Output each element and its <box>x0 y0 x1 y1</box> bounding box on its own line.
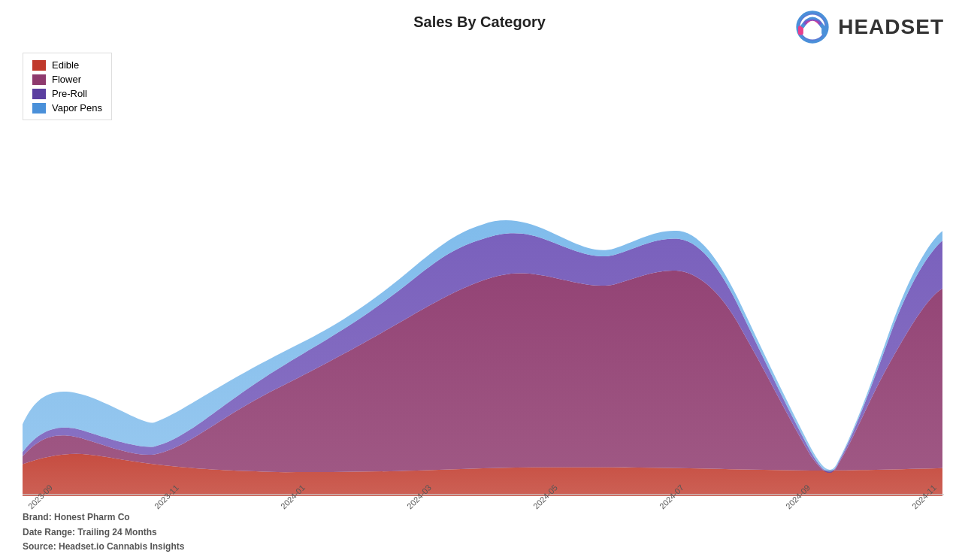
footer-date-range: Date Range: Trailing 24 Months <box>23 525 184 540</box>
headset-logo-icon <box>793 8 832 47</box>
footer-info: Brand: Honest Pharm Co Date Range: Trail… <box>23 510 184 554</box>
date-range-label: Date Range: <box>23 527 75 537</box>
chart-area <box>23 49 944 496</box>
chart-container: Sales By Category HEADSET Edible <box>0 0 959 560</box>
footer-source: Source: Headset.io Cannabis Insights <box>23 540 184 554</box>
source-value: Headset.io Cannabis Insights <box>59 541 184 552</box>
headset-logo: HEADSET <box>793 8 944 47</box>
source-label: Source: <box>23 541 56 552</box>
footer-brand: Brand: Honest Pharm Co <box>23 510 184 525</box>
chart-svg <box>23 49 944 496</box>
brand-label: Brand: <box>23 512 52 522</box>
brand-value: Honest Pharm Co <box>54 512 130 522</box>
logo-text: HEADSET <box>838 15 944 39</box>
date-range-value: Trailing 24 Months <box>77 527 156 537</box>
